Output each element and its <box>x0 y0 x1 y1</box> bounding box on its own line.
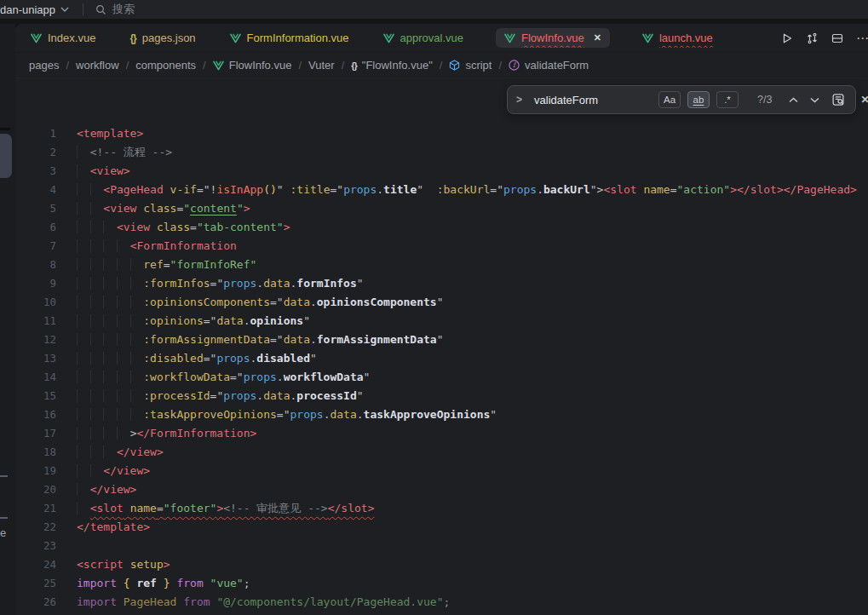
code-token: "footer" <box>164 502 217 514</box>
next-match-icon[interactable] <box>810 97 819 103</box>
code-line[interactable]: 23 <box>15 537 868 555</box>
breadcrumb-item-workflow[interactable]: workflow <box>76 59 119 72</box>
code-line[interactable]: 10 :opinionsComponents="data.opinionsCom… <box>15 293 868 312</box>
line-number[interactable]: 16 <box>15 405 56 424</box>
breadcrumb-item-vuter[interactable]: Vuter <box>308 59 335 72</box>
line-number[interactable]: 25 <box>15 574 56 593</box>
tab-flowinfo-vue[interactable]: FlowInfo.vue✕ <box>496 28 610 48</box>
line-number[interactable]: 2 <box>15 143 56 162</box>
code-token: :workflowData <box>143 371 230 383</box>
code-line[interactable]: 16 :taskApproveOpinions="props.data.task… <box>15 405 868 424</box>
close-tab-icon[interactable]: ✕ <box>594 32 601 43</box>
code-line[interactable]: 2 <!-- 流程 --> <box>15 143 868 162</box>
breadcrumb-item--flowinfo-vue-[interactable]: {}"FlowInfo.vue" <box>351 59 433 72</box>
previous-match-icon[interactable] <box>789 97 798 103</box>
line-number[interactable]: 4 <box>15 181 56 199</box>
code-token: =" <box>197 183 210 196</box>
code-line[interactable]: 17 ></FormInformation> <box>15 424 868 443</box>
code-line[interactable]: 22</template> <box>15 518 868 537</box>
line-number[interactable]: 11 <box>15 312 56 330</box>
line-number[interactable]: 12 <box>15 330 56 349</box>
code-line[interactable]: 3 <view> <box>15 162 868 181</box>
breadcrumb-item-components[interactable]: components <box>135 59 196 72</box>
tab-forminformation-vue[interactable]: FormInformation.vue <box>228 28 351 48</box>
breadcrumb-item-validateform[interactable]: fvalidateForm <box>509 59 589 72</box>
code-token: = <box>164 258 170 271</box>
code-text: </view> <box>77 462 150 480</box>
line-number[interactable]: 10 <box>15 293 56 312</box>
line-number[interactable]: 19 <box>15 462 56 480</box>
code-token: ; <box>444 595 451 608</box>
line-number[interactable]: 3 <box>15 162 56 181</box>
code-line[interactable]: 26import PageHead from "@/components/lay… <box>15 593 868 612</box>
match-case-button[interactable]: Aa <box>658 91 681 108</box>
split-editor-button[interactable] <box>831 32 843 44</box>
run-button[interactable] <box>781 32 793 44</box>
more-options-icon[interactable]: ⋯ <box>856 31 868 46</box>
code-line[interactable]: 1<template> <box>15 124 868 143</box>
code-text: <!-- 流程 --> <box>77 143 172 162</box>
line-number[interactable]: 18 <box>15 443 56 462</box>
line-number[interactable]: 17 <box>15 424 56 443</box>
close-find-icon[interactable]: ✕ <box>860 94 868 106</box>
indent-guides <box>77 389 143 402</box>
code-line[interactable]: 24<script setup> <box>15 555 868 574</box>
tab-launch-vue[interactable]: launch.vue <box>641 28 715 48</box>
tab-index-vue[interactable]: Index.vue <box>29 28 97 48</box>
code-line[interactable]: 4 <PageHead v-if="!isInApp()" :title="pr… <box>15 181 868 199</box>
project-selector[interactable]: dan-uniapp <box>0 3 69 16</box>
line-number[interactable]: 26 <box>15 593 56 612</box>
line-number[interactable]: 13 <box>15 349 56 368</box>
line-number[interactable]: 14 <box>15 368 56 387</box>
line-number[interactable]: 1 <box>15 124 56 143</box>
code-line[interactable]: 5 <view class="content"> <box>15 199 868 218</box>
code-token: } <box>164 577 170 589</box>
code-line[interactable]: 19 </view> <box>15 462 868 480</box>
code-text: <script setup> <box>77 555 170 574</box>
line-number[interactable]: 22 <box>15 518 56 537</box>
code-line[interactable]: 7 <FormInformation <box>15 237 868 256</box>
tab-pages-json[interactable]: {}pages.json <box>128 28 197 48</box>
code-line[interactable]: 18 </view> <box>15 443 868 462</box>
editor-pane[interactable]: 1<template>2 <!-- 流程 -->3 <view>4 <PageH… <box>15 78 868 615</box>
code-line[interactable]: 8 ref="formInfoRef" <box>15 256 868 274</box>
code-token: :formInfos <box>143 277 210 290</box>
code-text: </view> <box>77 480 136 499</box>
line-number[interactable]: 15 <box>15 387 56 405</box>
titlebar: dan-uniapp 搜索 <box>0 0 868 19</box>
whole-words-button[interactable]: ab <box>687 91 710 108</box>
breadcrumb-item-pages[interactable]: pages <box>29 59 59 72</box>
line-number[interactable]: 24 <box>15 555 56 574</box>
code-line[interactable]: 11 :opinions="data.opinions" <box>15 312 868 330</box>
stripe-dash <box>0 475 8 477</box>
code-line[interactable]: 12 :formAssignmentData="data.formAssignm… <box>15 330 868 349</box>
code-line[interactable]: 14 :workflowData="props.workflowData" <box>15 368 868 387</box>
global-search[interactable]: 搜索 <box>95 2 135 17</box>
line-number[interactable]: 21 <box>15 499 56 518</box>
code-token: <PageHead <box>103 183 163 196</box>
filter-search-icon[interactable] <box>831 93 845 106</box>
line-number[interactable]: 9 <box>15 274 56 293</box>
line-number[interactable]: 5 <box>15 199 56 218</box>
line-number[interactable]: 8 <box>15 256 56 274</box>
code-line[interactable]: 25import { ref } from "vue"; <box>15 574 868 593</box>
find-input[interactable]: validateForm <box>534 94 652 106</box>
expand-replace-icon[interactable]: > <box>516 94 522 106</box>
code-line[interactable]: 9 :formInfos="props.data.formInfos" <box>15 274 868 293</box>
code-line[interactable]: 13 :disabled="props.disabled" <box>15 349 868 368</box>
tab-approval-vue[interactable]: approval.vue <box>382 28 465 48</box>
line-number[interactable]: 6 <box>15 218 56 237</box>
breadcrumb-item-script[interactable]: script <box>449 59 491 72</box>
code-line[interactable]: 21 <slot name="footer"><!-- 审批意见 --></sl… <box>15 499 868 518</box>
code-line[interactable]: 20 </view> <box>15 480 868 499</box>
regex-button[interactable]: .* <box>716 91 739 108</box>
code-token: PageHead <box>124 595 177 608</box>
code-line[interactable]: 6 <view class="tab-content"> <box>15 218 868 237</box>
line-number[interactable]: 7 <box>15 237 56 256</box>
breadcrumb-item-flowinfo-vue[interactable]: FlowInfo.vue <box>213 59 292 72</box>
line-number[interactable]: 20 <box>15 480 56 499</box>
update-project-button[interactable] <box>806 32 819 44</box>
line-number[interactable]: 23 <box>15 537 56 555</box>
code-line[interactable]: 15 :processId="props.data.processId" <box>15 387 868 405</box>
left-toolwindow-stripe[interactable]: e <box>0 24 15 615</box>
